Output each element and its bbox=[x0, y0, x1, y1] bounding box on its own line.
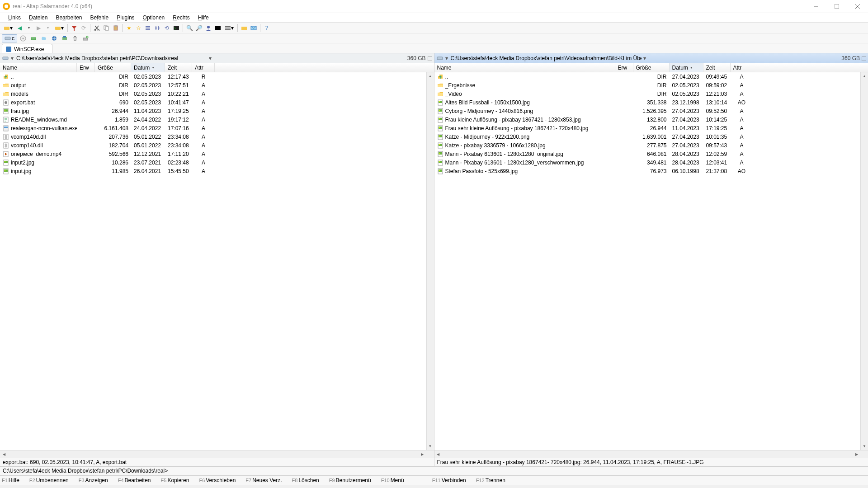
col-header-erw[interactable]: Erw bbox=[615, 63, 633, 72]
panel-menu-icon[interactable] bbox=[862, 56, 866, 61]
paste-button[interactable] bbox=[111, 23, 120, 33]
chevron-down-icon[interactable]: ▾ bbox=[445, 55, 449, 61]
list-item[interactable]: Mann - Pixabay 613601 - 1280x1280_origin… bbox=[434, 150, 868, 158]
list-item[interactable]: onepiece_demo.mp4592.56612.12.202117:11:… bbox=[0, 150, 434, 158]
list-item[interactable]: Frau kleine Auflösung - pixabay 1867421 … bbox=[434, 115, 868, 124]
favorite-button[interactable]: ☆ bbox=[134, 23, 143, 33]
fkey-f6[interactable]: F6Verschieben bbox=[199, 477, 236, 483]
list-item[interactable]: Cyborg - Midjourney - 1440x816.png1.526.… bbox=[434, 107, 868, 115]
fkey-f11[interactable]: F11Verbinden bbox=[432, 477, 466, 483]
list-item[interactable]: vcomp140d.dll207.73605.01.202223:34:08A bbox=[0, 132, 434, 141]
sync-button[interactable]: ⟲ bbox=[162, 23, 171, 33]
nav-forward-button[interactable]: ▶ bbox=[34, 23, 43, 33]
list-item[interactable]: ..DIR27.04.202309:49:45A bbox=[434, 72, 868, 81]
folder-yellow-button[interactable] bbox=[240, 23, 249, 33]
drive-recycle-button[interactable] bbox=[71, 34, 80, 42]
fkey-f3[interactable]: F3Anzeigen bbox=[79, 477, 108, 483]
menu-links[interactable]: Links bbox=[5, 14, 24, 22]
list-item[interactable]: README_windows.md1.85924.04.202219:17:12… bbox=[0, 115, 434, 124]
nav-back-dropdown[interactable]: ▼ bbox=[24, 23, 33, 33]
list-item[interactable]: Katze - pixabay 3336579 - 1066x1280.jpg2… bbox=[434, 141, 868, 150]
fkey-f7[interactable]: F7Neues Verz. bbox=[245, 477, 282, 483]
col-header-zeit[interactable]: Zeit bbox=[703, 63, 731, 72]
list-item[interactable]: _ErgebnisseDIR02.05.202309:59:02A bbox=[434, 81, 868, 89]
copy-button[interactable] bbox=[102, 23, 111, 33]
nav-forward-dropdown[interactable]: ▼ bbox=[43, 23, 52, 33]
drive-network2-button[interactable] bbox=[50, 34, 59, 42]
find-button[interactable]: 🔍 bbox=[185, 23, 194, 33]
col-header-attr[interactable]: Attr bbox=[731, 63, 753, 72]
maximize-button[interactable] bbox=[826, 0, 847, 13]
col-header-name[interactable]: Name bbox=[0, 63, 77, 72]
drive-c-button[interactable]: c bbox=[2, 34, 17, 42]
drive-right-dropdown[interactable]: ▾ bbox=[53, 23, 66, 33]
menu-plugins[interactable]: Plugins bbox=[113, 14, 138, 22]
menu-hilfe[interactable]: Hilfe bbox=[194, 14, 212, 22]
tab-winscp[interactable]: WinSCP.exe bbox=[2, 44, 52, 53]
drive-cloud-button[interactable] bbox=[39, 34, 48, 42]
menu-dateien[interactable]: Dateien bbox=[25, 14, 51, 22]
fkey-f2[interactable]: F2Umbenennen bbox=[29, 477, 69, 483]
list-item[interactable]: Stefan Passfoto - 525x699.jpg76.97306.10… bbox=[434, 167, 868, 175]
view-mode-dropdown[interactable]: ▾ bbox=[223, 23, 236, 33]
filter-button[interactable] bbox=[70, 23, 79, 33]
list-item[interactable]: Frau sehr kleine Auflösung - pixabay 186… bbox=[434, 124, 868, 132]
drive-add-button[interactable] bbox=[81, 34, 90, 42]
list-item[interactable]: ..DIR02.05.202312:17:43R bbox=[0, 72, 434, 81]
menu-befehle[interactable]: Befehle bbox=[86, 14, 112, 22]
fkey-f4[interactable]: F4Bearbeiten bbox=[118, 477, 151, 483]
path-dropdown-icon[interactable]: ▾ bbox=[209, 55, 212, 61]
drive-left-dropdown[interactable]: ▾ bbox=[2, 23, 14, 33]
left-path-bar[interactable]: ▾C:\Users\stefa\4eck Media Dropbox\stefa… bbox=[0, 53, 434, 63]
user-button[interactable] bbox=[204, 23, 213, 33]
mail-button[interactable] bbox=[249, 23, 258, 33]
path-dropdown-icon[interactable]: ▾ bbox=[643, 55, 647, 61]
list-item[interactable]: vcomp140.dll182.70405.01.202223:34:08A bbox=[0, 141, 434, 150]
panel-menu-icon[interactable] bbox=[428, 56, 432, 61]
menu-bearbeiten[interactable]: Bearbeiten bbox=[52, 14, 85, 22]
fkey-f5[interactable]: F5Kopieren bbox=[161, 477, 189, 483]
fkey-f10[interactable]: F10Menü bbox=[381, 477, 404, 483]
close-button[interactable] bbox=[847, 0, 868, 13]
fkey-f1[interactable]: F1Hilfe bbox=[2, 477, 19, 483]
dos-button[interactable] bbox=[213, 23, 222, 33]
list-item[interactable]: input2.jpg10.28623.07.202102:23:48A bbox=[0, 158, 434, 167]
chevron-down-icon[interactable]: ▾ bbox=[11, 55, 14, 61]
view-list-button[interactable] bbox=[143, 23, 152, 33]
right-vscrollbar[interactable]: ▲▼ bbox=[860, 72, 868, 450]
right-hscrollbar[interactable]: ◀▶ bbox=[434, 450, 868, 458]
list-item[interactable]: realesrgan-ncnn-vulkan.exe6.161.40824.04… bbox=[0, 124, 434, 132]
list-item[interactable]: Altes Bild Fussball - 1050x1500.jpg351.3… bbox=[434, 98, 868, 107]
list-item[interactable]: input.jpg11.98526.04.202115:45:50A bbox=[0, 167, 434, 175]
list-item[interactable]: _VideoDIR02.05.202312:21:03A bbox=[434, 89, 868, 98]
list-item[interactable]: export.bat69002.05.202310:41:47A bbox=[0, 98, 434, 107]
find-files-button[interactable]: 🔎 bbox=[194, 23, 203, 33]
terminal-button[interactable] bbox=[172, 23, 181, 33]
list-item[interactable]: outputDIR02.05.202312:57:51A bbox=[0, 81, 434, 89]
col-header-attr[interactable]: Attr bbox=[192, 63, 215, 72]
col-header-zeit[interactable]: Zeit bbox=[165, 63, 192, 72]
menu-rechts[interactable]: Rechts bbox=[169, 14, 193, 22]
col-header-datum[interactable]: Datum▼ bbox=[670, 63, 703, 72]
command-line[interactable]: C:\Users\stefa\4eck Media Dropbox\stefan… bbox=[0, 467, 868, 476]
favorite-add-button[interactable]: ★ bbox=[124, 23, 133, 33]
compare-button[interactable] bbox=[153, 23, 162, 33]
list-item[interactable]: modelsDIR02.05.202310:22:21A bbox=[0, 89, 434, 98]
drive-cd-button[interactable] bbox=[19, 34, 28, 42]
nav-back-button[interactable]: ◀ bbox=[15, 23, 24, 33]
drive-network1-button[interactable] bbox=[29, 34, 38, 42]
minimize-button[interactable] bbox=[806, 0, 826, 13]
fkey-f12[interactable]: F12Trennen bbox=[476, 477, 505, 483]
col-header-größe[interactable]: Größe bbox=[95, 63, 131, 72]
fkey-f8[interactable]: F8Löschen bbox=[292, 477, 319, 483]
refresh-button[interactable]: ⟳ bbox=[79, 23, 88, 33]
list-item[interactable]: frau.jpg26.94411.04.202317:19:25A bbox=[0, 107, 434, 115]
col-header-name[interactable]: Name bbox=[434, 63, 615, 72]
left-vscrollbar[interactable]: ▲▼ bbox=[426, 72, 434, 450]
col-header-erw[interactable]: Erw bbox=[77, 63, 95, 72]
col-header-datum[interactable]: Datum▼ bbox=[131, 63, 165, 72]
menu-optionen[interactable]: Optionen bbox=[139, 14, 169, 22]
fkey-f9[interactable]: F9Benutzermenü bbox=[329, 477, 371, 483]
left-hscrollbar[interactable]: ◀▶ bbox=[0, 450, 434, 458]
right-path-bar[interactable]: ▾C:\Users\stefa\4eck Media Dropbox\stefa… bbox=[434, 53, 868, 63]
